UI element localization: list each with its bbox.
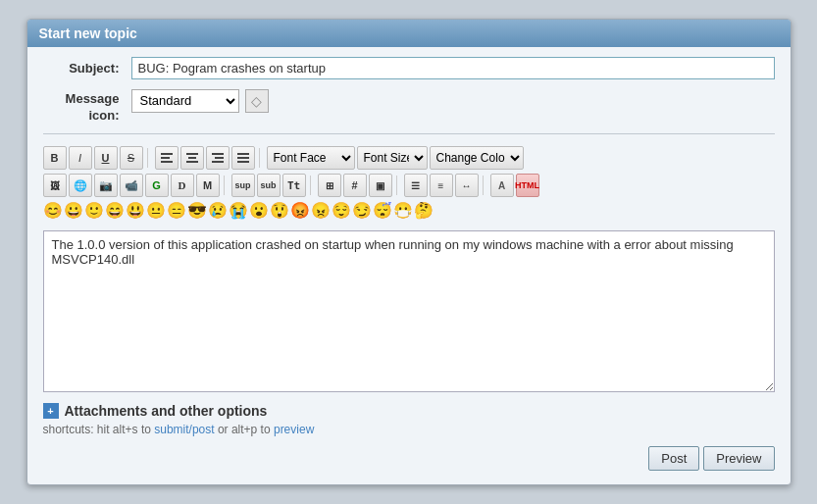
emoji-row: 😊 😀 🙂 😄 😃 😐 😑 😎 😢 😭 😮 😲 😡 😠 😌 😏 😴 😷 🤔 (43, 201, 775, 221)
emoji-5[interactable]: 😃 (126, 201, 145, 221)
toolbar-sep-4 (310, 176, 314, 195)
emoji-6[interactable]: 😐 (146, 201, 166, 221)
font-size-select[interactable]: Font Size 81012 141824 (357, 146, 428, 170)
font-face-select[interactable]: Font Face Arial Times New Roman Courier … (267, 146, 355, 170)
image-button[interactable]: 🖼 (43, 174, 67, 197)
buttons-row: Post Preview (43, 446, 775, 471)
toolbar-sep-1 (147, 148, 151, 168)
underline-button[interactable]: U (94, 146, 118, 170)
toolbar-row-2: 🖼 🌐 📷 📹 G D M sup sub Tt (43, 174, 775, 197)
align-right-button[interactable] (206, 146, 230, 170)
emoji-9[interactable]: 😢 (208, 201, 228, 221)
subscript-button[interactable]: sub (257, 174, 281, 197)
preview-link[interactable]: preview (274, 423, 314, 436)
post-button[interactable]: Post (648, 446, 699, 471)
emoji-19[interactable]: 🤔 (414, 201, 434, 221)
ordered-list-button[interactable]: ≡ (430, 174, 453, 197)
emoji-1[interactable]: 😊 (43, 201, 63, 221)
list-button[interactable]: ☰ (404, 174, 428, 197)
window-title: Start new topic (39, 25, 137, 41)
message-icon-row: Messageicon: Standard Alert Idea Info Qu… (43, 89, 775, 125)
emoji-7[interactable]: 😑 (167, 201, 186, 221)
superscript-button[interactable]: sup (231, 174, 255, 197)
emoji-2[interactable]: 😀 (64, 201, 83, 221)
align-center-button[interactable] (180, 146, 204, 170)
emoji-3[interactable]: 🙂 (84, 201, 104, 221)
toolbar-sep-3 (224, 176, 228, 195)
preview-button[interactable]: Preview (703, 446, 774, 471)
toolbar-sep-6 (483, 176, 486, 195)
icon-controls: Standard Alert Idea Info Question ◇ (131, 89, 269, 113)
d-button[interactable]: D (171, 174, 194, 197)
emoji-17[interactable]: 😴 (373, 201, 392, 221)
m-button[interactable]: M (196, 174, 220, 197)
main-window: Start new topic Subject: Messageicon: St… (26, 19, 791, 486)
divider-1 (43, 133, 775, 134)
attachments-label[interactable]: Attachments and other options (65, 403, 268, 419)
emoji-18[interactable]: 😷 (393, 201, 413, 221)
subject-label: Subject: (43, 57, 131, 76)
code-button[interactable]: ▣ (369, 174, 392, 197)
emoticon-button[interactable]: 📷 (94, 174, 118, 197)
font-button[interactable]: A (490, 174, 514, 197)
emoji-8[interactable]: 😎 (187, 201, 207, 221)
indent-button[interactable]: ↔ (455, 174, 479, 197)
emoji-13[interactable]: 😡 (290, 201, 310, 221)
tt-button[interactable]: Tt (282, 174, 306, 197)
emoji-14[interactable]: 😠 (311, 201, 331, 221)
g-button[interactable]: G (145, 174, 169, 197)
toolbar-row-1: B I U S (43, 146, 775, 170)
shortcuts-row: shortcuts: hit alt+s to submit/post or a… (43, 423, 775, 436)
subject-row: Subject: (43, 57, 775, 79)
icon-select[interactable]: Standard Alert Idea Info Question (131, 89, 239, 113)
submit-link[interactable]: submit/post (154, 423, 214, 436)
title-bar: Start new topic (27, 20, 791, 47)
change-color-select[interactable]: Change Color RedBlueGreenBlack (430, 146, 524, 170)
toolbar-sep-2 (259, 148, 263, 168)
justify-button[interactable] (231, 146, 255, 170)
toolbar-sep-5 (396, 176, 400, 195)
toolbar-area: B I U S (43, 142, 775, 230)
html-button[interactable]: HTML (516, 174, 539, 197)
diamond-icon-btn[interactable]: ◇ (245, 89, 269, 113)
link-button[interactable]: 🌐 (69, 174, 92, 197)
subject-input[interactable] (131, 57, 775, 79)
emoji-12[interactable]: 😲 (270, 201, 289, 221)
emoji-10[interactable]: 😭 (229, 201, 248, 221)
align-left-button[interactable] (155, 146, 179, 170)
italic-button[interactable]: I (69, 146, 92, 170)
hash-button[interactable]: # (343, 174, 367, 197)
strikethrough-button[interactable]: S (120, 146, 143, 170)
attachments-icon[interactable]: + (43, 403, 59, 419)
emoji-16[interactable]: 😏 (352, 201, 372, 221)
emoji-15[interactable]: 😌 (332, 201, 351, 221)
attachments-row: + Attachments and other options (43, 403, 775, 419)
bold-button[interactable]: B (43, 146, 67, 170)
message-textarea[interactable]: The 1.0.0 version of this application cr… (43, 230, 775, 392)
message-icon-label: Messageicon: (43, 89, 131, 125)
media-button[interactable]: 📹 (120, 174, 143, 197)
table-button[interactable]: ⊞ (318, 174, 341, 197)
emoji-4[interactable]: 😄 (105, 201, 125, 221)
emoji-11[interactable]: 😮 (249, 201, 269, 221)
